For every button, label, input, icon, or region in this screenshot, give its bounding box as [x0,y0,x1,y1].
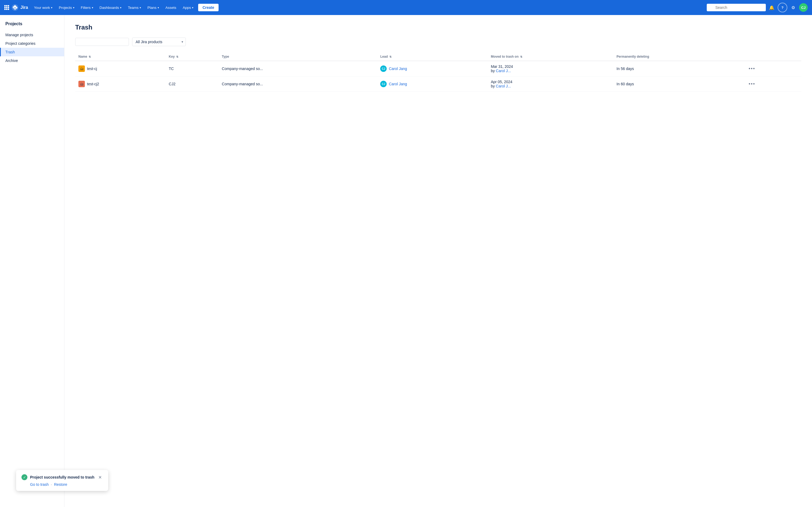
settings-icon: ⚙ [791,5,795,10]
col-lead[interactable]: Lead ⇅ [377,53,488,61]
row1-by-lead: by Carol J... [491,69,511,73]
moved-sort-icon: ⇅ [520,55,522,58]
close-icon: ✕ [98,475,102,480]
row1-name: test-cj [87,66,97,71]
apps-menu[interactable]: Apps ▾ [180,4,196,11]
product-filter-wrapper: All Jira products Jira Software Jira Ser… [132,38,186,46]
dashboards-chevron: ▾ [120,6,121,9]
row1-actions: ••• [743,61,801,76]
toast-close-button[interactable]: ✕ [97,475,103,480]
col-type: Type [218,53,377,61]
lead-sort-icon: ⇅ [389,55,392,58]
trash-search-input[interactable] [75,38,129,46]
filters-chevron: ▾ [92,6,93,9]
table-body: 🗂 test-cj TC Company-managed so... CJ Ca… [75,61,801,92]
your-work-menu[interactable]: Your work ▾ [31,4,55,11]
apps-chevron: ▾ [192,6,193,9]
sidebar: Projects Manage projects Project categor… [0,15,64,507]
layout: Projects Manage projects Project categor… [0,15,812,507]
col-moved-to-trash[interactable]: Moved to trash on ⇅ [488,53,613,61]
assets-menu[interactable]: Assets [163,4,179,11]
row2-moved-date: Apr 05, 2024 by Carol J... [488,76,613,92]
toast-notification: ✓ Project successfully moved to trash ✕ … [16,470,108,491]
notifications-button[interactable]: 🔔 [767,3,776,12]
svg-rect-0 [4,5,6,6]
create-button[interactable]: Create [198,4,218,11]
bell-icon: 🔔 [769,5,774,10]
grid-icon[interactable] [4,5,9,10]
help-icon: ? [781,6,783,10]
toast-success-icon: ✓ [21,474,28,480]
search-filter-wrapper: 🔍 [75,38,129,46]
table-header: Name ⇅ Key ⇅ Type Lead ⇅ [75,53,801,61]
svg-rect-8 [8,9,9,10]
top-navigation: Jira Your work ▾ Projects ▾ Filters ▾ Da… [0,0,812,15]
row1-by-lead-link[interactable]: Carol J... [496,69,511,73]
row1-lead: CJ Carol Jang [377,61,488,76]
row1-more-button[interactable]: ••• [747,65,758,73]
row1-lead-avatar: CJ [380,65,387,72]
row2-name-cell: 🗂 test-cj2 [75,76,166,92]
row1-moved-date: Mar 31, 2024 by Carol J... [488,61,613,76]
row2-more-button[interactable]: ••• [747,80,758,88]
table-row: 🗂 test-cj2 CJ2 Company-managed so... CJ … [75,76,801,92]
row2-name: test-cj2 [87,82,99,86]
row1-perm-deleting: In 56 days [613,61,743,76]
plans-chevron: ▾ [158,6,159,9]
name-sort-icon: ⇅ [89,55,91,58]
row2-key: CJ2 [166,76,219,92]
row2-by-lead: by Carol J... [491,84,511,88]
svg-rect-2 [8,5,9,6]
plans-menu[interactable]: Plans ▾ [145,4,162,11]
main-content: Trash 🔍 All Jira products Jira Software … [64,15,812,507]
sidebar-title: Projects [0,21,64,31]
col-permanently-deleting: Permanently deleting [613,53,743,61]
toast-actions: Go to trash · Restore [21,482,103,487]
avatar[interactable]: CJ [799,3,808,12]
toast-message: Project successfully moved to trash [30,475,95,480]
sidebar-item-trash[interactable]: Trash [0,48,64,56]
go-to-trash-link[interactable]: Go to trash [30,482,49,487]
col-name[interactable]: Name ⇅ [75,53,166,61]
page-title: Trash [75,23,801,31]
sidebar-item-project-categories[interactable]: Project categories [0,39,64,48]
svg-rect-5 [8,7,9,8]
filters-menu[interactable]: Filters ▾ [78,4,96,11]
trash-table: Name ⇅ Key ⇅ Type Lead ⇅ [75,53,801,92]
svg-rect-6 [4,9,6,10]
help-button[interactable]: ? [778,3,787,12]
row1-key: TC [166,61,219,76]
filters-row: 🔍 All Jira products Jira Software Jira S… [75,38,801,46]
product-filter-dropdown[interactable]: All Jira products Jira Software Jira Ser… [132,38,186,46]
sidebar-item-manage-projects[interactable]: Manage projects [0,31,64,39]
projects-chevron: ▾ [73,6,74,9]
row2-by-lead-link[interactable]: Carol J... [496,84,511,88]
col-actions [743,53,801,61]
svg-rect-4 [6,7,7,8]
sidebar-item-archive[interactable]: Archive [0,56,64,65]
project-icon: 🗂 [79,81,85,87]
row1-type: Company-managed so... [218,61,377,76]
projects-table: Name ⇅ Key ⇅ Type Lead ⇅ [75,53,801,92]
col-key[interactable]: Key ⇅ [166,53,219,61]
projects-menu[interactable]: Projects ▾ [56,4,77,11]
search-wrapper: 🔍 [707,4,766,11]
your-work-chevron: ▾ [51,6,52,9]
row2-type: Company-managed so... [218,76,377,92]
svg-rect-1 [6,5,7,6]
teams-menu[interactable]: Teams ▾ [125,4,144,11]
teams-chevron: ▾ [140,6,141,9]
row1-name-cell: 🗂 test-cj [75,61,166,76]
toast-separator: · [51,482,52,487]
settings-button[interactable]: ⚙ [789,3,798,12]
row2-actions: ••• [743,76,801,92]
restore-link[interactable]: Restore [54,482,67,487]
svg-rect-3 [4,7,6,8]
row1-lead-name[interactable]: Carol Jang [389,66,407,71]
jira-logo[interactable]: Jira [11,4,28,11]
row2-lead-avatar: CJ [380,81,387,87]
dashboards-menu[interactable]: Dashboards ▾ [97,4,124,11]
search-input[interactable] [707,4,766,11]
row2-lead-name[interactable]: Carol Jang [389,82,407,86]
svg-rect-7 [6,9,7,10]
